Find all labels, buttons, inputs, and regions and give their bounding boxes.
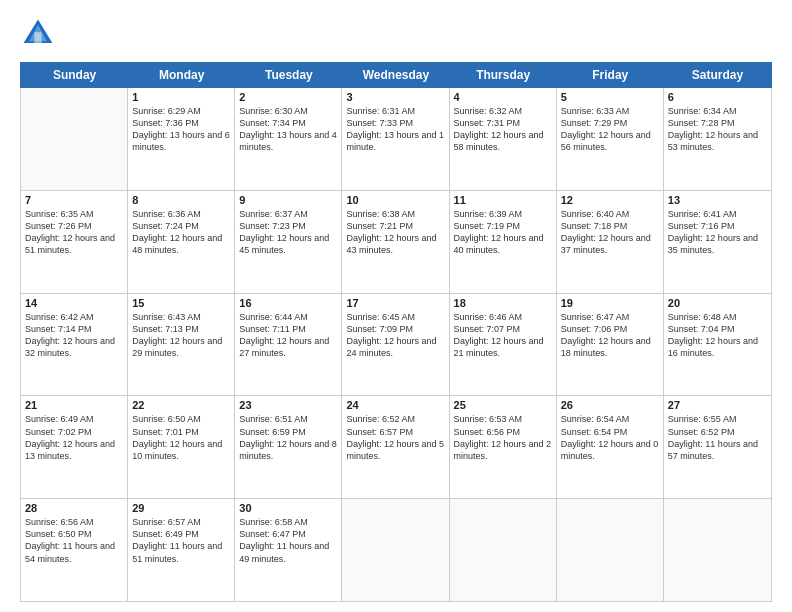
calendar-header: SundayMondayTuesdayWednesdayThursdayFrid… bbox=[20, 62, 772, 88]
cell-info: Sunrise: 6:36 AM Sunset: 7:24 PM Dayligh… bbox=[132, 208, 230, 257]
day-number: 24 bbox=[346, 399, 444, 411]
cell-info: Sunrise: 6:56 AM Sunset: 6:50 PM Dayligh… bbox=[25, 516, 123, 565]
day-number: 1 bbox=[132, 91, 230, 103]
calendar-row-3: 21Sunrise: 6:49 AM Sunset: 7:02 PM Dayli… bbox=[21, 396, 771, 499]
calendar-cell-8: 8Sunrise: 6:36 AM Sunset: 7:24 PM Daylig… bbox=[128, 191, 235, 293]
cell-info: Sunrise: 6:41 AM Sunset: 7:16 PM Dayligh… bbox=[668, 208, 767, 257]
calendar-cell-20: 20Sunrise: 6:48 AM Sunset: 7:04 PM Dayli… bbox=[664, 294, 771, 396]
cell-info: Sunrise: 6:55 AM Sunset: 6:52 PM Dayligh… bbox=[668, 413, 767, 462]
page: SundayMondayTuesdayWednesdayThursdayFrid… bbox=[0, 0, 792, 612]
day-number: 14 bbox=[25, 297, 123, 309]
cell-info: Sunrise: 6:47 AM Sunset: 7:06 PM Dayligh… bbox=[561, 311, 659, 360]
cell-info: Sunrise: 6:45 AM Sunset: 7:09 PM Dayligh… bbox=[346, 311, 444, 360]
calendar-row-1: 7Sunrise: 6:35 AM Sunset: 7:26 PM Daylig… bbox=[21, 191, 771, 294]
day-number: 4 bbox=[454, 91, 552, 103]
day-number: 18 bbox=[454, 297, 552, 309]
cell-info: Sunrise: 6:51 AM Sunset: 6:59 PM Dayligh… bbox=[239, 413, 337, 462]
calendar-cell-1: 1Sunrise: 6:29 AM Sunset: 7:36 PM Daylig… bbox=[128, 88, 235, 190]
calendar-cell-21: 21Sunrise: 6:49 AM Sunset: 7:02 PM Dayli… bbox=[21, 396, 128, 498]
header-day-wednesday: Wednesday bbox=[342, 63, 449, 87]
header-day-saturday: Saturday bbox=[664, 63, 771, 87]
calendar-cell-6: 6Sunrise: 6:34 AM Sunset: 7:28 PM Daylig… bbox=[664, 88, 771, 190]
calendar-cell-29: 29Sunrise: 6:57 AM Sunset: 6:49 PM Dayli… bbox=[128, 499, 235, 601]
cell-info: Sunrise: 6:35 AM Sunset: 7:26 PM Dayligh… bbox=[25, 208, 123, 257]
calendar-cell-13: 13Sunrise: 6:41 AM Sunset: 7:16 PM Dayli… bbox=[664, 191, 771, 293]
calendar-cell-16: 16Sunrise: 6:44 AM Sunset: 7:11 PM Dayli… bbox=[235, 294, 342, 396]
calendar-cell-30: 30Sunrise: 6:58 AM Sunset: 6:47 PM Dayli… bbox=[235, 499, 342, 601]
cell-info: Sunrise: 6:44 AM Sunset: 7:11 PM Dayligh… bbox=[239, 311, 337, 360]
calendar-cell-4: 4Sunrise: 6:32 AM Sunset: 7:31 PM Daylig… bbox=[450, 88, 557, 190]
calendar-row-0: 1Sunrise: 6:29 AM Sunset: 7:36 PM Daylig… bbox=[21, 88, 771, 191]
day-number: 6 bbox=[668, 91, 767, 103]
cell-info: Sunrise: 6:29 AM Sunset: 7:36 PM Dayligh… bbox=[132, 105, 230, 154]
calendar-cell-10: 10Sunrise: 6:38 AM Sunset: 7:21 PM Dayli… bbox=[342, 191, 449, 293]
cell-info: Sunrise: 6:53 AM Sunset: 6:56 PM Dayligh… bbox=[454, 413, 552, 462]
calendar-cell-27: 27Sunrise: 6:55 AM Sunset: 6:52 PM Dayli… bbox=[664, 396, 771, 498]
calendar-cell-empty-4-5 bbox=[557, 499, 664, 601]
calendar-cell-empty-4-6 bbox=[664, 499, 771, 601]
day-number: 28 bbox=[25, 502, 123, 514]
day-number: 12 bbox=[561, 194, 659, 206]
header-day-monday: Monday bbox=[128, 63, 235, 87]
cell-info: Sunrise: 6:58 AM Sunset: 6:47 PM Dayligh… bbox=[239, 516, 337, 565]
calendar-cell-15: 15Sunrise: 6:43 AM Sunset: 7:13 PM Dayli… bbox=[128, 294, 235, 396]
calendar-cell-17: 17Sunrise: 6:45 AM Sunset: 7:09 PM Dayli… bbox=[342, 294, 449, 396]
cell-info: Sunrise: 6:48 AM Sunset: 7:04 PM Dayligh… bbox=[668, 311, 767, 360]
day-number: 29 bbox=[132, 502, 230, 514]
header-day-tuesday: Tuesday bbox=[235, 63, 342, 87]
day-number: 22 bbox=[132, 399, 230, 411]
calendar-cell-23: 23Sunrise: 6:51 AM Sunset: 6:59 PM Dayli… bbox=[235, 396, 342, 498]
day-number: 16 bbox=[239, 297, 337, 309]
cell-info: Sunrise: 6:50 AM Sunset: 7:01 PM Dayligh… bbox=[132, 413, 230, 462]
day-number: 27 bbox=[668, 399, 767, 411]
cell-info: Sunrise: 6:30 AM Sunset: 7:34 PM Dayligh… bbox=[239, 105, 337, 154]
cell-info: Sunrise: 6:40 AM Sunset: 7:18 PM Dayligh… bbox=[561, 208, 659, 257]
calendar-cell-7: 7Sunrise: 6:35 AM Sunset: 7:26 PM Daylig… bbox=[21, 191, 128, 293]
calendar-cell-12: 12Sunrise: 6:40 AM Sunset: 7:18 PM Dayli… bbox=[557, 191, 664, 293]
day-number: 20 bbox=[668, 297, 767, 309]
calendar-body: 1Sunrise: 6:29 AM Sunset: 7:36 PM Daylig… bbox=[20, 88, 772, 602]
logo bbox=[20, 16, 60, 52]
calendar-cell-empty-0-0 bbox=[21, 88, 128, 190]
cell-info: Sunrise: 6:34 AM Sunset: 7:28 PM Dayligh… bbox=[668, 105, 767, 154]
day-number: 15 bbox=[132, 297, 230, 309]
calendar-cell-28: 28Sunrise: 6:56 AM Sunset: 6:50 PM Dayli… bbox=[21, 499, 128, 601]
cell-info: Sunrise: 6:49 AM Sunset: 7:02 PM Dayligh… bbox=[25, 413, 123, 462]
calendar-cell-11: 11Sunrise: 6:39 AM Sunset: 7:19 PM Dayli… bbox=[450, 191, 557, 293]
cell-info: Sunrise: 6:31 AM Sunset: 7:33 PM Dayligh… bbox=[346, 105, 444, 154]
cell-info: Sunrise: 6:46 AM Sunset: 7:07 PM Dayligh… bbox=[454, 311, 552, 360]
calendar-cell-9: 9Sunrise: 6:37 AM Sunset: 7:23 PM Daylig… bbox=[235, 191, 342, 293]
calendar-cell-22: 22Sunrise: 6:50 AM Sunset: 7:01 PM Dayli… bbox=[128, 396, 235, 498]
day-number: 30 bbox=[239, 502, 337, 514]
header-day-friday: Friday bbox=[557, 63, 664, 87]
cell-info: Sunrise: 6:42 AM Sunset: 7:14 PM Dayligh… bbox=[25, 311, 123, 360]
calendar-cell-19: 19Sunrise: 6:47 AM Sunset: 7:06 PM Dayli… bbox=[557, 294, 664, 396]
day-number: 2 bbox=[239, 91, 337, 103]
header-day-sunday: Sunday bbox=[21, 63, 128, 87]
header-day-thursday: Thursday bbox=[450, 63, 557, 87]
calendar-cell-24: 24Sunrise: 6:52 AM Sunset: 6:57 PM Dayli… bbox=[342, 396, 449, 498]
calendar-cell-empty-4-4 bbox=[450, 499, 557, 601]
calendar-row-2: 14Sunrise: 6:42 AM Sunset: 7:14 PM Dayli… bbox=[21, 294, 771, 397]
cell-info: Sunrise: 6:38 AM Sunset: 7:21 PM Dayligh… bbox=[346, 208, 444, 257]
day-number: 26 bbox=[561, 399, 659, 411]
cell-info: Sunrise: 6:32 AM Sunset: 7:31 PM Dayligh… bbox=[454, 105, 552, 154]
cell-info: Sunrise: 6:52 AM Sunset: 6:57 PM Dayligh… bbox=[346, 413, 444, 462]
calendar-cell-5: 5Sunrise: 6:33 AM Sunset: 7:29 PM Daylig… bbox=[557, 88, 664, 190]
day-number: 8 bbox=[132, 194, 230, 206]
day-number: 5 bbox=[561, 91, 659, 103]
calendar-row-4: 28Sunrise: 6:56 AM Sunset: 6:50 PM Dayli… bbox=[21, 499, 771, 601]
day-number: 17 bbox=[346, 297, 444, 309]
cell-info: Sunrise: 6:39 AM Sunset: 7:19 PM Dayligh… bbox=[454, 208, 552, 257]
day-number: 10 bbox=[346, 194, 444, 206]
calendar: SundayMondayTuesdayWednesdayThursdayFrid… bbox=[20, 62, 772, 602]
day-number: 3 bbox=[346, 91, 444, 103]
calendar-cell-18: 18Sunrise: 6:46 AM Sunset: 7:07 PM Dayli… bbox=[450, 294, 557, 396]
day-number: 23 bbox=[239, 399, 337, 411]
day-number: 19 bbox=[561, 297, 659, 309]
day-number: 7 bbox=[25, 194, 123, 206]
calendar-cell-25: 25Sunrise: 6:53 AM Sunset: 6:56 PM Dayli… bbox=[450, 396, 557, 498]
svg-rect-2 bbox=[34, 32, 41, 43]
calendar-cell-2: 2Sunrise: 6:30 AM Sunset: 7:34 PM Daylig… bbox=[235, 88, 342, 190]
day-number: 13 bbox=[668, 194, 767, 206]
